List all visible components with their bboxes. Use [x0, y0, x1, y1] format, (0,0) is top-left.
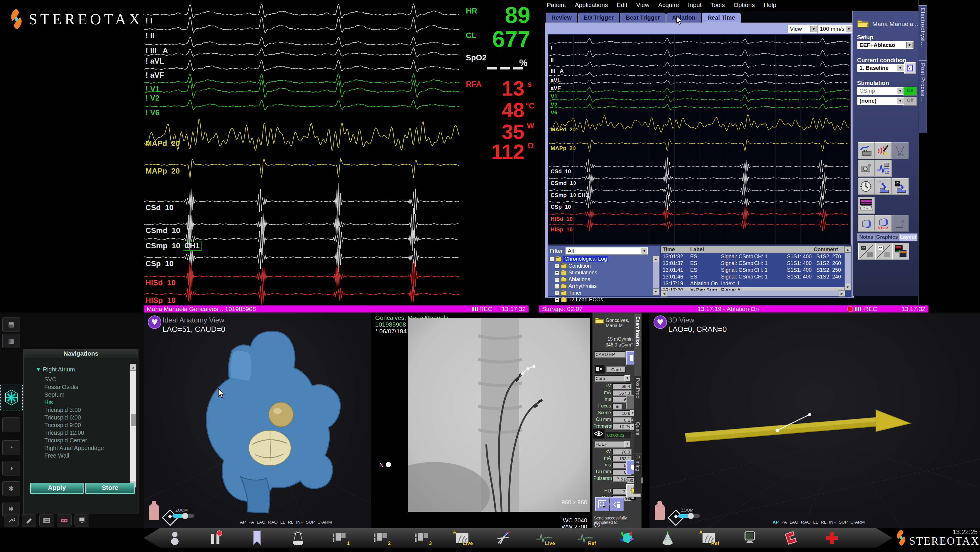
condition-dropdown[interactable]: 1. Baseline▼: [857, 64, 904, 72]
tab-ablation[interactable]: Ablation: [667, 13, 701, 22]
bookmark-button[interactable]: [247, 530, 267, 546]
tree-scrollbar[interactable]: ▲▼: [653, 255, 659, 295]
subtab-notes[interactable]: Notes: [857, 233, 875, 241]
menu-input[interactable]: Input: [683, 2, 706, 8]
cassette-icon[interactable]: [57, 514, 72, 527]
menu-edit[interactable]: Edit: [612, 2, 632, 8]
orientation-sup[interactable]: SUP: [306, 519, 315, 525]
nav-scrollbar[interactable]: ▲▼: [130, 364, 137, 487]
tree-item-timer[interactable]: +Timer: [555, 290, 582, 296]
magnet-button[interactable]: [780, 530, 801, 546]
transfer-button[interactable]: [610, 497, 624, 511]
screen-layout-button-2[interactable]: 2: [369, 530, 391, 546]
ultrasound-button[interactable]: [657, 530, 678, 546]
orientation-inf[interactable]: INF: [829, 519, 836, 525]
orientation-c-arm[interactable]: C-ARM: [317, 519, 332, 525]
tree-expand-icon[interactable]: ▼: [35, 366, 43, 373]
tab-quant[interactable]: Quant: [634, 420, 641, 454]
orientation-pa[interactable]: PA: [248, 519, 254, 525]
subtab-graphics[interactable]: Graphics: [875, 233, 899, 241]
log-row[interactable]: 13:01:37ESSignal: CSmpCH: 1S1S1: 400S1S2…: [661, 260, 845, 267]
map-3d-button[interactable]: [616, 530, 637, 546]
tab-examination[interactable]: Examination: [634, 314, 641, 377]
chevron-down-icon[interactable]: ▼: [897, 65, 904, 71]
nav-item-free-wall[interactable]: Free Wall: [44, 452, 69, 459]
layout-review-button[interactable]: [892, 243, 909, 260]
tree-root[interactable]: −Chronological Log: [549, 256, 608, 262]
stim2-dropdown[interactable]: (none)▼: [857, 97, 904, 105]
ecg-wave-button-live[interactable]: Live: [534, 530, 555, 546]
nav-root-item[interactable]: ▼ Right Atrium: [35, 366, 75, 373]
pencil-icon[interactable]: [22, 514, 37, 527]
orientation-inf[interactable]: INF: [296, 519, 303, 525]
orientation-c-arm[interactable]: C-ARM: [850, 519, 865, 525]
save-undo-button[interactable]: [892, 178, 909, 195]
cable-button[interactable]: [858, 142, 875, 159]
store-image-button[interactable]: [595, 497, 609, 511]
screen-layout-button-1[interactable]: 1: [329, 530, 350, 546]
caliper-ms-button[interactable]: ms: [892, 142, 909, 159]
orientation-lao[interactable]: LAO: [257, 519, 266, 525]
log-row[interactable]: 13:17:19Ablation OnIndex: 1: [661, 281, 845, 287]
nav-item-tricuspid-9-00[interactable]: Tricuspid 9:00: [44, 422, 81, 428]
tab-postproc[interactable]: PostProc: [634, 376, 641, 421]
chevron-down-icon[interactable]: ▼: [897, 98, 904, 104]
condition-edit-button[interactable]: [904, 62, 916, 74]
menu-help[interactable]: Help: [759, 2, 781, 8]
card-button[interactable]: Card: [606, 366, 626, 373]
orientation-sup[interactable]: SUP: [838, 519, 848, 525]
nav-item-fossa-ovalis[interactable]: Fossa Ovalis: [44, 384, 78, 390]
orientation-ll[interactable]: LL: [280, 519, 285, 525]
tree-item-12-lead-ecgs[interactable]: +12 Lead ECGs: [555, 297, 603, 303]
store-button[interactable]: Store: [85, 483, 135, 494]
tree-expand-icon[interactable]: +: [555, 291, 559, 295]
orientation-ap[interactable]: AP: [240, 519, 246, 525]
wrench-icon[interactable]: [4, 514, 19, 527]
tree-item-ablations[interactable]: +Ablations: [555, 276, 590, 282]
tree-item-arrhythmias[interactable]: +Arrhythmias: [555, 283, 597, 289]
tree-item-stimulations[interactable]: +Stimulations: [555, 270, 597, 276]
orientation-rao[interactable]: RAO: [801, 519, 811, 525]
fluoro-xray-image[interactable]: ​: [408, 318, 590, 512]
nav-item-tricuspid-6-00[interactable]: Tricuspid 6:00: [44, 414, 81, 421]
tree-expand-icon[interactable]: +: [555, 277, 559, 282]
ecg-wave-button-ref[interactable]: Ref: [575, 530, 596, 546]
tree-expand-icon[interactable]: +: [555, 264, 559, 268]
xray-beam-button[interactable]: [288, 530, 309, 546]
field-vector-3d[interactable]: [649, 312, 980, 528]
nav-item-svc[interactable]: SVC: [44, 376, 56, 383]
xray-image-button-live[interactable]: ALive: [452, 530, 473, 546]
field-coro[interactable]: Coro: [594, 375, 626, 382]
tree-collapse-icon[interactable]: −: [549, 257, 554, 262]
drawer-icon[interactable]: [39, 514, 54, 527]
orientation-rl[interactable]: RL: [288, 519, 293, 525]
xray-image-button-ref[interactable]: ARef: [698, 530, 719, 546]
tree-expand-icon[interactable]: +: [555, 271, 559, 275]
left-strip-icon-1[interactable]: ▥: [2, 334, 20, 348]
patient-folder-icon[interactable]: [857, 19, 869, 27]
zoom-slider[interactable]: [678, 514, 700, 518]
log-row[interactable]: 13:01:32ESSignal: CSmpCH: 1S1S1: 400S1S2…: [661, 254, 845, 260]
left-strip-icon-3[interactable]: ◔: [2, 440, 20, 455]
menu-view[interactable]: View: [632, 2, 654, 8]
tab-real-time[interactable]: Real Time: [702, 13, 741, 22]
orientation-ll[interactable]: LL: [813, 519, 818, 525]
tab-review[interactable]: Review: [546, 13, 577, 22]
clock-button[interactable]: [858, 178, 875, 195]
nav-item-septum[interactable]: Septum: [44, 391, 65, 398]
left-strip-icon-2[interactable]: [2, 417, 20, 432]
left-strip-icon-4[interactable]: ◑: [2, 461, 20, 476]
emergency-cross-button[interactable]: [821, 530, 842, 546]
workstation-icon[interactable]: [75, 514, 89, 527]
session-button[interactable]: [164, 530, 185, 546]
tab-post-processing[interactable]: Post Proces...: [919, 60, 927, 133]
log-row[interactable]: 13:01:41ESSignal: CSmpCH: 1S1S1: 400S1S2…: [661, 267, 845, 274]
tree-item-condition[interactable]: +Condition: [555, 263, 591, 269]
orientation-ap[interactable]: AP: [773, 519, 779, 525]
rf-catheter-button[interactable]: [875, 142, 892, 159]
patient-folder-icon[interactable]: [595, 317, 605, 324]
collimator-icon[interactable]: [595, 365, 605, 373]
sweep-speed-dropdown[interactable]: 100 mm/s▼: [818, 25, 853, 33]
orientation-rao[interactable]: RAO: [268, 519, 278, 525]
chevron-down-icon[interactable]: ▼: [906, 42, 913, 48]
